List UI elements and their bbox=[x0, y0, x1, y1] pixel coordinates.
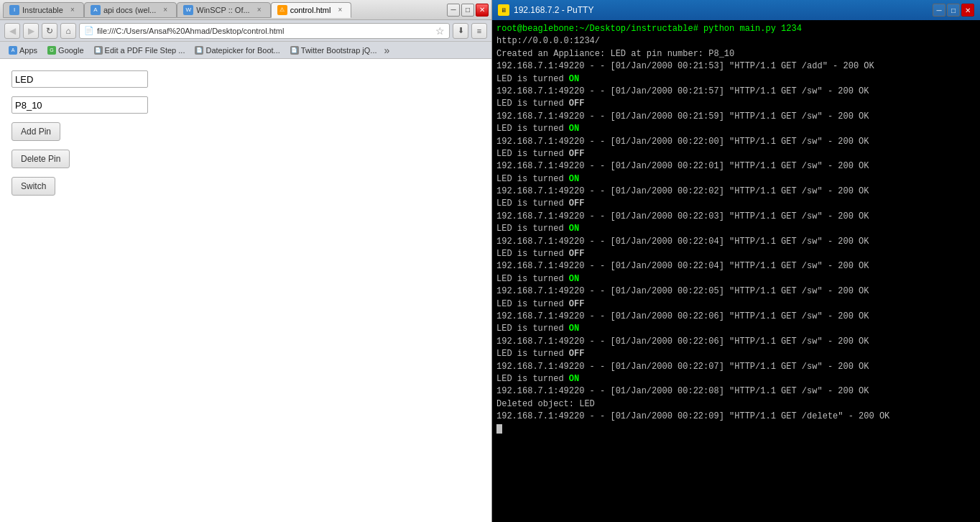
terminal-line: LED is turned OFF bbox=[496, 98, 976, 110]
tab-close-instructable[interactable]: × bbox=[68, 5, 78, 15]
putty-maximize-btn[interactable]: □ bbox=[947, 4, 960, 17]
nav-bar: ◀ ▶ ↻ ⌂ 📄 ☆ ⬇ ≡ bbox=[0, 20, 491, 42]
bookmark-twitter-label: Twitter Bootstrap jQ... bbox=[301, 46, 377, 55]
bookmark-datepicker-icon: 📄 bbox=[195, 46, 203, 55]
bookmark-twitter-icon: 📄 bbox=[290, 46, 299, 55]
tab-favicon-instructable: I bbox=[9, 5, 19, 15]
terminal-line: root@beaglebone:~/Desktop/instructable# … bbox=[496, 23, 976, 35]
putty-title-text: 192.168.7.2 - PuTTY bbox=[514, 5, 593, 15]
terminal-line: 192.168.7.1:49220 - - [01/Jan/2000 00:22… bbox=[496, 236, 976, 248]
terminal-line: LED is turned OFF bbox=[496, 298, 976, 311]
tab-label-controlhtml: control.html bbox=[290, 6, 331, 14]
tab-favicon-apidocs: A bbox=[91, 5, 101, 15]
terminal-line: 192.168.7.1:49220 - - [01/Jan/2000 00:22… bbox=[496, 260, 976, 273]
address-bar-file-icon: 📄 bbox=[84, 26, 94, 35]
page-content: Add Pin Delete Pin Switch bbox=[0, 59, 491, 522]
terminal-line: 192.168.7.1:49220 - - [01/Jan/2000 00:22… bbox=[496, 311, 976, 323]
address-bar-container[interactable]: 📄 ☆ bbox=[79, 23, 450, 39]
terminal-line: 192.168.7.1:49220 - - [01/Jan/2000 00:22… bbox=[496, 186, 976, 198]
putty-minimize-btn[interactable]: ─ bbox=[933, 4, 946, 17]
bookmarks-more-btn[interactable]: » bbox=[384, 45, 390, 56]
terminal-line: LED is turned ON bbox=[496, 323, 976, 335]
browser-minimize-btn[interactable]: ─ bbox=[447, 4, 460, 17]
switch-button[interactable]: Switch bbox=[11, 177, 55, 196]
tabs-row: I Instructable × A api docs (wel... × W … bbox=[3, 2, 445, 18]
tab-apidocs[interactable]: A api docs (wel... × bbox=[84, 2, 177, 18]
browser-window: I Instructable × A api docs (wel... × W … bbox=[0, 0, 492, 522]
terminal-cursor-line bbox=[496, 423, 976, 436]
home-btn[interactable]: ⌂ bbox=[60, 23, 76, 39]
tab-close-winscp[interactable]: × bbox=[254, 5, 264, 15]
bookmark-editpdf-icon: 📄 bbox=[94, 46, 103, 55]
tab-favicon-controlhtml: ⚠ bbox=[277, 5, 287, 15]
terminal-line: 192.168.7.1:49220 - - [01/Jan/2000 00:22… bbox=[496, 211, 976, 223]
terminal-line: LED is turned OFF bbox=[496, 198, 976, 210]
terminal-line: LED is turned OFF bbox=[496, 148, 976, 160]
putty-app-icon: 🖥 bbox=[498, 4, 509, 16]
tab-winscp[interactable]: W WinSCP :: Of... × bbox=[177, 2, 270, 18]
tab-close-controlhtml[interactable]: × bbox=[335, 5, 345, 15]
tab-controlhtml[interactable]: ⚠ control.html × bbox=[271, 2, 352, 18]
terminal-line: LED is turned ON bbox=[496, 273, 976, 285]
bookmark-datepicker-label: Datepicker for Boot... bbox=[205, 46, 279, 55]
bookmark-twitter[interactable]: 📄 Twitter Bootstrap jQ... bbox=[286, 45, 382, 56]
tab-label-apidocs: api docs (wel... bbox=[103, 6, 156, 14]
terminal-line: 192.168.7.1:49220 - - [01/Jan/2000 00:21… bbox=[496, 60, 976, 73]
putty-title-bar: 🖥 192.168.7.2 - PuTTY ─ □ ✕ bbox=[492, 0, 980, 20]
led-name-input[interactable] bbox=[11, 70, 148, 88]
bookmark-google[interactable]: G Google bbox=[43, 45, 88, 56]
back-btn[interactable]: ◀ bbox=[4, 23, 20, 39]
browser-maximize-btn[interactable]: □ bbox=[461, 4, 474, 17]
bookmark-google-label: Google bbox=[58, 46, 83, 55]
putty-window: 🖥 192.168.7.2 - PuTTY ─ □ ✕ root@beagleb… bbox=[492, 0, 980, 522]
download-btn[interactable]: ⬇ bbox=[453, 23, 468, 39]
bookmark-apps-label: Apps bbox=[19, 46, 37, 55]
putty-win-controls: ─ □ ✕ bbox=[933, 4, 974, 17]
switch-button-container: Switch bbox=[11, 177, 480, 196]
terminal-line: LED is turned ON bbox=[496, 373, 976, 385]
terminal-line: 192.168.7.1:49220 - - [01/Jan/2000 00:22… bbox=[496, 411, 976, 423]
terminal-line: Created an Appliance: LED at pin number:… bbox=[496, 48, 976, 60]
refresh-btn[interactable]: ↻ bbox=[42, 23, 57, 39]
add-pin-button[interactable]: Add Pin bbox=[11, 122, 60, 141]
terminal-line: LED is turned ON bbox=[496, 173, 976, 186]
forward-btn[interactable]: ▶ bbox=[23, 23, 39, 39]
address-input[interactable] bbox=[97, 27, 433, 35]
pin-name-input[interactable] bbox=[11, 96, 148, 114]
bookmark-editpdf-label: Edit a PDF File Step ... bbox=[105, 46, 185, 55]
terminal-content[interactable]: root@beaglebone:~/Desktop/instructable# … bbox=[492, 20, 980, 522]
putty-close-btn[interactable]: ✕ bbox=[961, 4, 974, 17]
terminal-line: Deleted object: LED bbox=[496, 398, 976, 411]
terminal-line: 192.168.7.1:49220 - - [01/Jan/2000 00:22… bbox=[496, 285, 976, 298]
bookmarks-bar: A Apps G Google 📄 Edit a PDF File Step .… bbox=[0, 42, 491, 59]
terminal-line: 192.168.7.1:49220 - - [01/Jan/2000 00:22… bbox=[496, 160, 976, 173]
add-pin-button-container: Add Pin bbox=[11, 122, 480, 141]
tab-instructable[interactable]: I Instructable × bbox=[3, 2, 84, 18]
title-bar-right: ─ □ ✕ bbox=[447, 4, 489, 17]
bookmark-apps[interactable]: A Apps bbox=[4, 45, 42, 56]
tab-label-instructable: Instructable bbox=[22, 6, 63, 14]
delete-pin-button-container: Delete Pin bbox=[11, 150, 480, 168]
bookmark-datepicker[interactable]: 📄 Datepicker for Boot... bbox=[190, 45, 284, 56]
bookmark-star-icon[interactable]: ☆ bbox=[435, 25, 445, 37]
browser-close-btn[interactable]: ✕ bbox=[476, 4, 489, 17]
bookmark-apps-icon: A bbox=[9, 46, 17, 55]
tab-close-apidocs[interactable]: × bbox=[160, 5, 170, 15]
terminal-line: 192.168.7.1:49220 - - [01/Jan/2000 00:21… bbox=[496, 86, 976, 98]
terminal-line: 192.168.7.1:49220 - - [01/Jan/2000 00:22… bbox=[496, 336, 976, 348]
terminal-line: LED is turned ON bbox=[496, 123, 976, 135]
terminal-line: LED is turned ON bbox=[496, 73, 976, 86]
browser-title-bar: I Instructable × A api docs (wel... × W … bbox=[0, 0, 491, 20]
bookmark-google-icon: G bbox=[47, 46, 56, 55]
terminal-line: http://0.0.0.0:1234/ bbox=[496, 35, 976, 47]
tab-label-winscp: WinSCP :: Of... bbox=[196, 6, 249, 14]
menu-btn[interactable]: ≡ bbox=[471, 23, 487, 39]
terminal-cursor bbox=[496, 424, 502, 434]
delete-pin-button[interactable]: Delete Pin bbox=[11, 150, 70, 168]
terminal-line: 192.168.7.1:49220 - - [01/Jan/2000 00:22… bbox=[496, 136, 976, 148]
terminal-line: 192.168.7.1:49220 - - [01/Jan/2000 00:22… bbox=[496, 385, 976, 398]
terminal-line: LED is turned ON bbox=[496, 223, 976, 235]
bookmark-editpdf[interactable]: 📄 Edit a PDF File Step ... bbox=[90, 45, 190, 56]
terminal-line: LED is turned OFF bbox=[496, 248, 976, 260]
terminal-line: LED is turned OFF bbox=[496, 348, 976, 360]
